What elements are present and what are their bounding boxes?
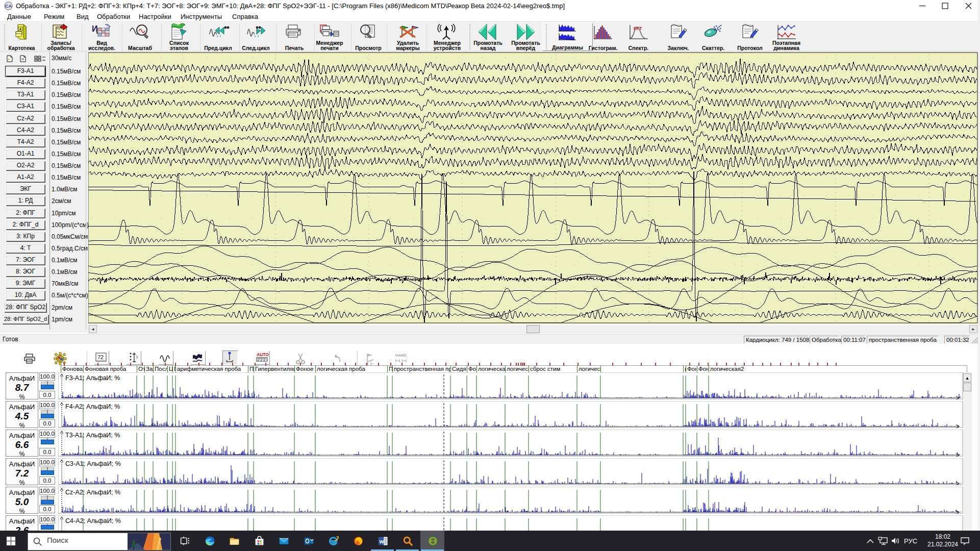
- svg-text:HAME: HAME: [395, 353, 407, 358]
- svg-text:T3-A1; АльфаИ; %: T3-A1; АльфаИ; %: [65, 432, 120, 439]
- svg-text:F4-A2; АльфаИ; %: F4-A2; АльфаИ; %: [65, 403, 120, 410]
- svg-text:FFT: FFT: [634, 26, 642, 31]
- svg-text:CA: CA: [5, 4, 12, 9]
- svg-text:+: +: [8, 57, 10, 62]
- svg-text:C3-A1; АльфаИ; %: C3-A1; АльфаИ; %: [65, 460, 121, 467]
- svg-text:72: 72: [97, 354, 104, 360]
- svg-text:F3-A1; АльфаИ; %: F3-A1; АльфаИ; %: [65, 374, 120, 382]
- svg-text:C4-A2; АльфаИ; %: C4-A2; АльфаИ; %: [65, 517, 121, 524]
- svg-text:Cz-A2; АльфаИ; %: Cz-A2; АльфаИ; %: [65, 489, 120, 496]
- svg-text:AUTO: AUTO: [257, 352, 269, 357]
